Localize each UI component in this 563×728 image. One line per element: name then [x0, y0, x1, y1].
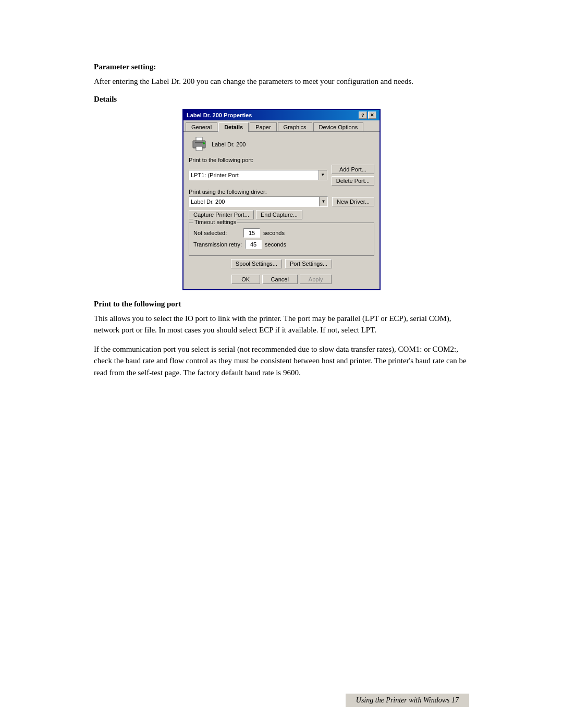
- delete-port-button[interactable]: Delete Port...: [332, 176, 374, 186]
- svg-rect-2: [196, 146, 202, 151]
- transmission-label: Transmission retry:: [193, 241, 242, 248]
- printer-name: Label Dr. 200: [212, 141, 246, 147]
- tab-details[interactable]: Details: [218, 122, 249, 132]
- end-capture-button[interactable]: End Capture...: [256, 210, 302, 219]
- tab-general[interactable]: General: [186, 122, 217, 131]
- ok-button[interactable]: OK: [231, 275, 260, 284]
- tab-graphics[interactable]: Graphics: [278, 122, 312, 131]
- dialog-titlebar: Label Dr. 200 Properties ? ✕: [183, 110, 380, 120]
- transmission-unit: seconds: [265, 241, 286, 248]
- print-port-para2: If the communication port you select is …: [94, 343, 469, 379]
- port-select-value: LPT1: (Printer Port: [189, 171, 319, 179]
- timeout-group-label: Timeout settings: [193, 219, 237, 225]
- details-heading: Details: [94, 95, 469, 104]
- port-buttons: Add Port... Delete Port...: [332, 165, 374, 186]
- transmission-row: Transmission retry: seconds: [193, 240, 370, 249]
- not-selected-unit: seconds: [263, 230, 285, 236]
- apply-button[interactable]: Apply: [300, 275, 332, 284]
- print-port-heading: Print to the following port: [94, 300, 469, 309]
- not-selected-row: Not selected: seconds: [193, 228, 370, 238]
- dialog-tabs: General Details Paper Graphics Device Op…: [183, 120, 380, 132]
- port-label: Print to the following port:: [189, 157, 374, 163]
- new-driver-button[interactable]: New Driver...: [332, 197, 374, 206]
- tab-device-options[interactable]: Device Options: [313, 122, 364, 131]
- help-button[interactable]: ?: [359, 112, 367, 119]
- dialog-title: Label Dr. 200 Properties: [187, 112, 252, 118]
- port-select[interactable]: LPT1: (Printer Port ▼: [189, 170, 327, 180]
- spool-row: Spool Settings... Port Settings...: [189, 259, 374, 268]
- not-selected-input[interactable]: [243, 228, 260, 238]
- footer-text: Using the Printer with Windows 17: [356, 696, 459, 704]
- svg-rect-4: [195, 142, 203, 143]
- parameter-setting-body: After entering the Label Dr. 200 you can…: [94, 76, 469, 88]
- add-port-button[interactable]: Add Port...: [332, 165, 374, 174]
- printer-icon: [191, 137, 207, 152]
- printer-info-row: Label Dr. 200: [189, 137, 374, 152]
- driver-buttons: New Driver...: [332, 197, 374, 206]
- driver-field-row: Label Dr. 200 ▼ New Driver...: [189, 196, 374, 207]
- driver-select-value: Label Dr. 200: [189, 198, 319, 205]
- driver-label: Print using the following driver:: [189, 189, 374, 195]
- driver-select[interactable]: Label Dr. 200 ▼: [189, 196, 328, 207]
- parameter-setting-heading: Parameter setting:: [94, 63, 469, 71]
- titlebar-buttons: ? ✕: [359, 112, 376, 119]
- port-field-row: LPT1: (Printer Port ▼ Add Port... Delete…: [189, 165, 374, 186]
- timeout-groupbox: Timeout settings Not selected: seconds T…: [189, 223, 374, 256]
- dialog-bottom-buttons: OK Cancel Apply: [189, 273, 374, 284]
- port-settings-button[interactable]: Port Settings...: [285, 259, 332, 268]
- dialog-box: Label Dr. 200 Properties ? ✕ General Det…: [182, 109, 381, 290]
- footer-bar: Using the Printer with Windows 17: [346, 694, 469, 707]
- page-footer: Using the Printer with Windows 17: [0, 694, 563, 707]
- dialog-container: Label Dr. 200 Properties ? ✕ General Det…: [182, 109, 381, 290]
- spool-settings-button[interactable]: Spool Settings...: [231, 259, 282, 268]
- close-button[interactable]: ✕: [368, 112, 376, 119]
- transmission-input[interactable]: [245, 240, 262, 249]
- cancel-button[interactable]: Cancel: [262, 275, 298, 284]
- port-dropdown-arrow[interactable]: ▼: [319, 170, 327, 180]
- print-port-para1: This allows you to select the IO port to…: [94, 313, 469, 336]
- tab-paper[interactable]: Paper: [250, 122, 276, 131]
- dialog-body: Label Dr. 200 Print to the following por…: [183, 132, 380, 289]
- driver-dropdown-arrow[interactable]: ▼: [319, 197, 327, 206]
- not-selected-label: Not selected:: [193, 230, 240, 236]
- capture-row: Capture Printer Port... End Capture...: [189, 210, 374, 219]
- capture-printer-port-button[interactable]: Capture Printer Port...: [189, 210, 254, 219]
